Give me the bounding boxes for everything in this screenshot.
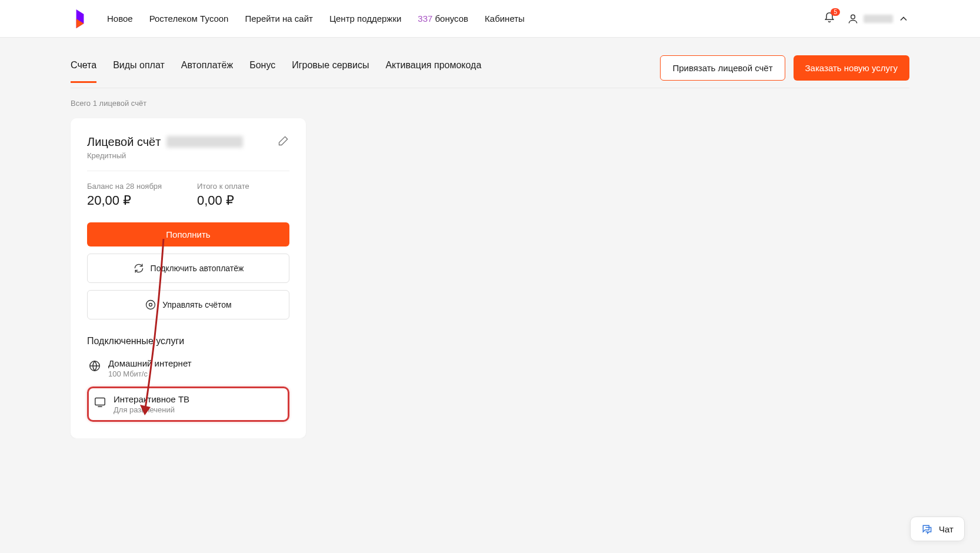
nav-site[interactable]: Перейти на сайт [245,14,313,24]
tv-icon [94,395,106,408]
svg-point-1 [149,304,152,307]
balance-value: 20,00 ₽ [87,193,162,208]
account-number [166,136,243,148]
autopay-label: Подключить автоплатёж [151,264,244,273]
autopay-box[interactable]: Подключить автоплатёж [87,254,289,283]
notifications-button[interactable]: 5 [824,12,835,26]
main-nav: Новое Ростелеком Tycoon Перейти на сайт … [107,14,824,24]
nav-support[interactable]: Центр поддержки [329,14,401,24]
account-card: Лицевой счёт Кредитный Баланс на 28 нояб… [71,118,306,438]
tab-accounts[interactable]: Счета [71,60,96,83]
link-account-button[interactable]: Привязать лицевой счёт [660,55,785,81]
nav-cabinets[interactable]: Кабинеты [485,14,525,24]
service-desc: 100 Мбит/с [108,369,192,378]
service-name: Домашний интернет [108,358,192,368]
profile-menu[interactable] [847,13,909,25]
nav-new[interactable]: Новое [107,14,133,24]
nav-bonus[interactable]: 337 бонусов [418,14,468,24]
accounts-summary: Всего 1 лицевой счёт [71,88,909,118]
balance-label: Баланс на 28 ноября [87,182,162,191]
edit-button[interactable] [278,135,289,149]
globe-icon [88,359,101,372]
chevron-up-icon [898,13,909,25]
refresh-icon [133,262,145,274]
service-tv[interactable]: Интерактивное ТВ Для развлечений [87,387,289,422]
manage-box[interactable]: Управлять счётом [87,290,289,319]
tabs: Счета Виды оплат Автоплатёж Бонус Игровы… [71,60,660,83]
topup-button[interactable]: Пополнить [87,222,289,246]
notification-badge: 5 [831,8,840,16]
user-icon [847,13,859,25]
services-title: Подключенные услуги [87,336,289,347]
svg-rect-4 [95,398,105,405]
due-label: Итого к оплате [197,182,249,191]
service-name: Интерактивное ТВ [114,394,189,404]
tab-bonus[interactable]: Бонус [249,60,275,83]
tab-autopay[interactable]: Автоплатёж [181,60,233,83]
order-service-button[interactable]: Заказать новую услугу [794,55,909,81]
top-header: Новое Ростелеком Tycoon Перейти на сайт … [0,0,980,38]
service-internet[interactable]: Домашний интернет 100 Мбит/с [87,355,289,382]
account-type: Кредитный [87,151,289,160]
account-title: Лицевой счёт [87,135,161,149]
nav-tycoon[interactable]: Ростелеком Tycoon [149,14,229,24]
username [864,15,893,23]
logo[interactable] [71,9,89,28]
gear-icon [145,299,156,311]
tab-promo[interactable]: Активация промокода [385,60,481,83]
tab-gaming[interactable]: Игровые сервисы [292,60,369,83]
due-value: 0,00 ₽ [197,193,249,208]
pencil-icon [278,135,289,146]
sub-header: Счета Виды оплат Автоплатёж Бонус Игровы… [71,38,909,88]
svg-point-2 [146,301,155,309]
service-desc: Для развлечений [114,405,189,414]
manage-label: Управлять счётом [162,300,231,309]
svg-point-0 [851,15,855,19]
tab-payments[interactable]: Виды оплат [113,60,165,83]
